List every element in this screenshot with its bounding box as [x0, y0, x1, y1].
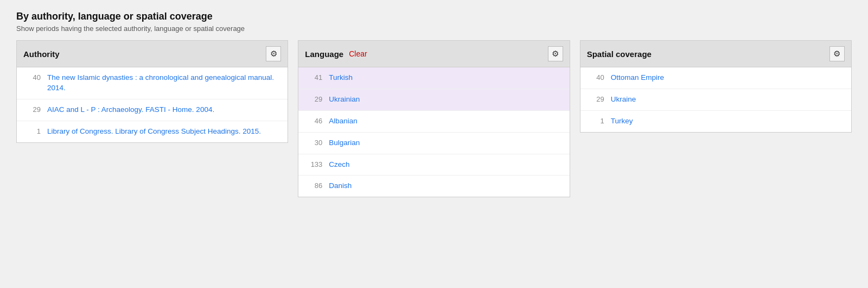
- panel-header-left-language: LanguageClear: [305, 49, 367, 59]
- item-count: 29: [24, 105, 41, 114]
- list-item: 41Turkish: [298, 67, 569, 89]
- list-item: 30Bulgarian: [298, 133, 569, 154]
- item-count: 86: [306, 181, 322, 190]
- item-count: 133: [306, 160, 322, 168]
- panels-container: Authority⚙40The new Islamic dynasties : …: [16, 40, 852, 197]
- list-item: 86Danish: [298, 176, 569, 197]
- item-link[interactable]: Turkish: [329, 73, 353, 83]
- item-link[interactable]: Library of Congress. Library of Congress…: [47, 127, 261, 137]
- panel-body-spatial: 40Ottoman Empire29Ukraine1Turkey: [580, 67, 851, 132]
- page-subtitle: Show periods having the selected authori…: [16, 24, 852, 33]
- item-link[interactable]: AIAC and L - P : Archaeology. FASTI - Ho…: [47, 105, 214, 115]
- item-link[interactable]: Bulgarian: [329, 138, 360, 148]
- item-link[interactable]: Ukraine: [611, 95, 636, 105]
- item-link[interactable]: The new Islamic dynasties : a chronologi…: [47, 73, 280, 93]
- panel-header-left-authority: Authority: [23, 49, 60, 59]
- gear-button-language[interactable]: ⚙: [548, 46, 563, 61]
- item-link[interactable]: Turkey: [611, 116, 633, 127]
- list-item: 1Turkey: [580, 111, 851, 132]
- panel-spatial: Spatial coverage⚙40Ottoman Empire29Ukrai…: [580, 40, 852, 133]
- item-count: 46: [306, 116, 322, 125]
- list-item: 40The new Islamic dynasties : a chronolo…: [17, 67, 288, 99]
- item-link[interactable]: Czech: [329, 160, 349, 170]
- item-link[interactable]: Danish: [329, 181, 352, 191]
- item-link[interactable]: Ottoman Empire: [611, 73, 664, 83]
- list-item: 46Albanian: [298, 111, 569, 133]
- item-count: 1: [24, 127, 41, 135]
- panel-body-language: 41Turkish29Ukrainian46Albanian30Bulgaria…: [298, 67, 569, 197]
- list-item: 133Czech: [298, 154, 569, 176]
- item-count: 40: [24, 73, 41, 82]
- item-link[interactable]: Ukrainian: [329, 95, 360, 105]
- item-count: 29: [588, 95, 604, 103]
- panel-header-spatial: Spatial coverage⚙: [580, 41, 851, 67]
- item-count: 29: [306, 95, 322, 103]
- list-item: 1Library of Congress. Library of Congres…: [17, 121, 288, 142]
- panel-body-authority: 40The new Islamic dynasties : a chronolo…: [17, 67, 288, 142]
- panel-header-left-spatial: Spatial coverage: [587, 49, 652, 59]
- list-item: 29AIAC and L - P : Archaeology. FASTI - …: [17, 99, 288, 121]
- panel-title-authority: Authority: [23, 49, 60, 59]
- item-count: 41: [306, 73, 322, 82]
- gear-button-authority[interactable]: ⚙: [266, 46, 281, 61]
- panel-language: LanguageClear⚙41Turkish29Ukrainian46Alba…: [298, 40, 570, 197]
- list-item: 29Ukraine: [580, 89, 851, 111]
- panel-title-spatial: Spatial coverage: [587, 49, 652, 59]
- clear-button-language[interactable]: Clear: [349, 49, 367, 58]
- list-item: 29Ukrainian: [298, 89, 569, 111]
- panel-title-language: Language: [305, 49, 343, 59]
- panel-header-authority: Authority⚙: [17, 41, 288, 67]
- item-count: 30: [306, 138, 322, 147]
- page-title: By authority, language or spatial covera…: [16, 11, 852, 22]
- item-count: 40: [588, 73, 604, 82]
- gear-button-spatial[interactable]: ⚙: [829, 46, 845, 61]
- list-item: 40Ottoman Empire: [580, 67, 851, 89]
- item-link[interactable]: Albanian: [329, 116, 358, 127]
- item-count: 1: [588, 116, 604, 125]
- panel-authority: Authority⚙40The new Islamic dynasties : …: [16, 40, 288, 143]
- panel-header-language: LanguageClear⚙: [298, 41, 569, 67]
